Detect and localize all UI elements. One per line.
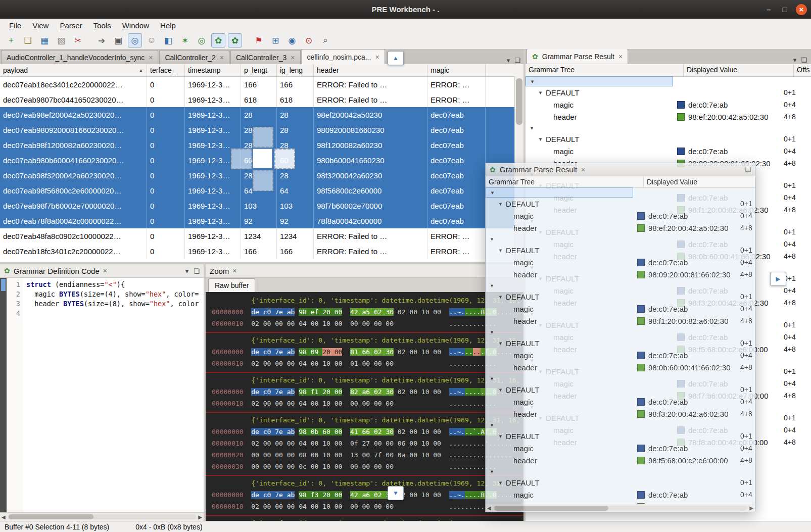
parse-root-row[interactable]: ▾ <box>486 466 755 476</box>
scroll-track[interactable] <box>493 506 748 511</box>
column-grammar-tree[interactable]: Grammar Tree <box>486 176 644 187</box>
parse-field-row[interactable]: magicde:c0:7e:ab0+4 <box>486 349 755 361</box>
scroll-left-icon[interactable]: ◀ <box>487 505 491 511</box>
float-panel-icon[interactable]: ❏ <box>801 56 807 64</box>
column-header[interactable]: header <box>314 64 427 76</box>
hex-line[interactable]: 0000001002 00 00 00 04 00 10 00 00 00 00… <box>206 318 523 329</box>
parse-root-row[interactable]: ▾ <box>486 234 755 244</box>
new-file-icon[interactable]: + <box>4 33 18 47</box>
hex-bytes[interactable]: 02 00 00 00 04 00 10 00 00 00 00 00 <box>251 318 441 329</box>
code-lines[interactable]: struct (endianness="<"){ magic BYTES(siz… <box>23 278 199 513</box>
column-timestamp[interactable]: timestamp <box>185 64 241 76</box>
column-displayed-value[interactable]: Displayed Value <box>684 64 794 76</box>
dock-left-zone[interactable] <box>231 149 252 169</box>
hex-bytes[interactable]: de c0 7e ab 98 f3 20 00 42 a6 02 30 02 0… <box>251 489 441 501</box>
tab-list-menu-icon[interactable]: ▾ <box>793 56 797 64</box>
parse-field-row[interactable]: header98:f1:20:00:82:a6:02:304+8 <box>486 315 755 327</box>
hex-bytes[interactable]: 02 00 00 00 04 00 10 00 0f 27 00 00 06 0… <box>251 438 441 449</box>
target-icon[interactable]: ◎ <box>195 33 209 47</box>
hex-bytes[interactable]: de c0 7e ab 98 09 20 00 81 66 02 30 02 0… <box>251 346 441 358</box>
close-tab-icon[interactable]: × <box>375 53 379 61</box>
parse-node-row[interactable]: ▾DEFAULT0+1 <box>486 383 755 396</box>
parse-field-row[interactable]: header98:f5:68:00:c2:e6:00:004+8 <box>486 454 755 466</box>
tab-callcontroller-3[interactable]: CallController_3× <box>230 50 301 64</box>
hex-bytes[interactable]: 02 00 00 00 04 00 10 00 00 00 00 00 <box>251 501 441 512</box>
hex-bytes[interactable]: de c0 7e ab 98 f1 20 00 82 a6 02 30 02 0… <box>251 386 441 398</box>
parse-field-row[interactable]: magicde:c0:7e:ab0+4 <box>526 99 811 111</box>
dock-hint-top[interactable]: ▲ <box>388 51 404 65</box>
code-hscrollbar[interactable]: ◀ ▶ <box>0 512 204 521</box>
print-icon[interactable]: ▣ <box>111 33 125 47</box>
scroll-track[interactable] <box>8 514 197 519</box>
parse-node-row[interactable]: ▾DEFAULT0+1 <box>486 198 755 210</box>
parse-field-row[interactable]: header98:09:20:00:81:66:02:304+8 <box>486 268 755 280</box>
hex-bytes[interactable]: de c0 7e ab 98 0b 60 00 41 66 02 30 02 0… <box>251 426 441 438</box>
table-row[interactable]: dec07eab18fc3401c2c20000022…01969-12-3…1… <box>0 244 523 259</box>
hex-line[interactable]: 00000000de c0 7e ab 98 f1 20 00 82 a6 02… <box>206 386 523 398</box>
scroll-right-icon[interactable]: ▶ <box>749 505 753 511</box>
selected-root-row[interactable]: ▾ <box>486 187 633 198</box>
parse-field-row[interactable]: magicde:c0:7e:ab0+4 <box>486 442 755 454</box>
column-offset[interactable]: Offs <box>794 64 811 76</box>
parse-node-row[interactable]: ▾DEFAULT0+1 <box>486 337 755 349</box>
scroll-thumb[interactable] <box>494 506 609 511</box>
parse-root-row[interactable]: ▾ <box>486 280 755 291</box>
tab-raw-buffer[interactable]: Raw buffer <box>208 278 255 292</box>
find-in-file-icon[interactable]: ◎ <box>128 33 142 47</box>
column-grammar-tree[interactable]: Grammar Tree <box>526 64 684 76</box>
close-zoom-icon[interactable]: × <box>232 267 236 275</box>
maximize-button[interactable]: □ <box>780 5 790 14</box>
hex-line[interactable]: 0000001002 00 00 00 04 00 10 00 0f 27 00… <box>206 438 523 449</box>
floating-window-titlebar[interactable]: ✿ Grammar Parse Result × ❏ <box>486 163 755 176</box>
cut-icon[interactable]: ✂ <box>71 33 85 47</box>
open-copy-icon[interactable]: ❏ <box>21 33 35 47</box>
panel-menu-icon[interactable]: ▾ <box>185 267 189 275</box>
hex-line[interactable]: 0000002000 00 00 00 08 00 10 00 13 00 7f… <box>206 449 523 461</box>
parse-field-row[interactable]: header98:ef:20:00:42:a5:02:304+8 <box>486 222 755 234</box>
close-tab-icon[interactable]: × <box>149 54 153 62</box>
selected-root-row[interactable]: ▾ <box>526 76 673 86</box>
column-p_lengt[interactable]: p_lengt <box>241 64 277 76</box>
tab-callcontroller-2[interactable]: CallController_2× <box>159 50 229 64</box>
save-icon[interactable]: ▦ <box>37 33 52 47</box>
dock-hint-right[interactable]: ▶ <box>770 272 786 286</box>
hex-line[interactable]: 00000000de c0 7e ab 98 f3 20 00 42 a6 02… <box>206 489 523 501</box>
hex-bytes[interactable]: 00 00 00 00 08 00 10 00 13 00 7f 00 0a 0… <box>251 449 441 461</box>
menu-help[interactable]: Help <box>155 20 181 31</box>
parse-node-row[interactable]: ▾DEFAULT0+1 <box>486 476 755 489</box>
table-row[interactable]: dec07eab48fa8c0902c10000022…01969-12-3…1… <box>0 228 523 244</box>
parse-node-row[interactable]: ▾DEFAULT0+1 <box>486 244 755 256</box>
parse-root-row[interactable]: ▾ <box>486 187 755 198</box>
hex-bytes[interactable]: 00 00 00 00 0c 00 10 00 00 00 00 00 <box>251 461 441 472</box>
hex-bytes[interactable]: 02 00 00 00 04 00 10 00 01 00 00 00 <box>251 358 441 369</box>
close-floating-icon[interactable]: × <box>581 166 585 174</box>
dock-right-zone[interactable] <box>274 149 295 169</box>
parse-field-row[interactable]: header98:ef:20:00:42:a5:02:304+8 <box>526 111 811 123</box>
parse-field-row[interactable]: magicde:c0:7e:ab0+4 <box>486 396 755 408</box>
window-icon[interactable]: ⊞ <box>268 33 282 47</box>
parse-field-row[interactable]: magicde:c0:7e:ab0+4 <box>486 303 755 315</box>
parse-field-row[interactable]: header98:0b:60:00:41:66:02:304+8 <box>486 361 755 373</box>
screenshot-icon[interactable]: ◧ <box>161 33 175 47</box>
column-payload[interactable]: payload▲ <box>0 64 147 76</box>
parse-root-row[interactable]: ▾ <box>526 76 811 86</box>
close-tab-icon[interactable]: × <box>220 54 224 62</box>
column-magic[interactable]: magic <box>427 64 486 76</box>
dock-center-zone[interactable] <box>253 149 272 168</box>
hex-line[interactable]: 0000001002 00 00 00 04 00 10 00 01 00 00… <box>206 358 523 369</box>
parse-field-row[interactable]: header98:f3:20:00:42:a6:02:304+8 <box>486 408 755 420</box>
hex-line[interactable]: 00000000de c0 7e ab 98 0b 60 00 41 66 02… <box>206 426 523 438</box>
record-icon[interactable]: ⊙ <box>302 33 316 47</box>
hex-bytes[interactable]: 02 00 00 00 04 00 10 00 00 00 00 00 <box>251 398 441 409</box>
parse-tree-icon[interactable]: ✶ <box>178 33 192 47</box>
close-button[interactable]: × <box>796 4 807 15</box>
parse-root-row[interactable]: ▾ <box>486 327 755 337</box>
menu-file[interactable]: File <box>4 20 26 31</box>
export-icon[interactable]: ➔ <box>94 33 109 47</box>
parse-node-row[interactable]: ▾DEFAULT0+1 <box>486 430 755 442</box>
panel-float-icon[interactable]: ❏ <box>194 267 200 275</box>
parse-node-row[interactable]: ▾DEFAULT0+1 <box>486 291 755 303</box>
close-tab-icon[interactable]: × <box>291 54 295 62</box>
hex-line[interactable]: 0000001002 00 00 00 04 00 10 00 00 00 00… <box>206 501 523 512</box>
close-panel-icon[interactable]: × <box>103 267 107 275</box>
